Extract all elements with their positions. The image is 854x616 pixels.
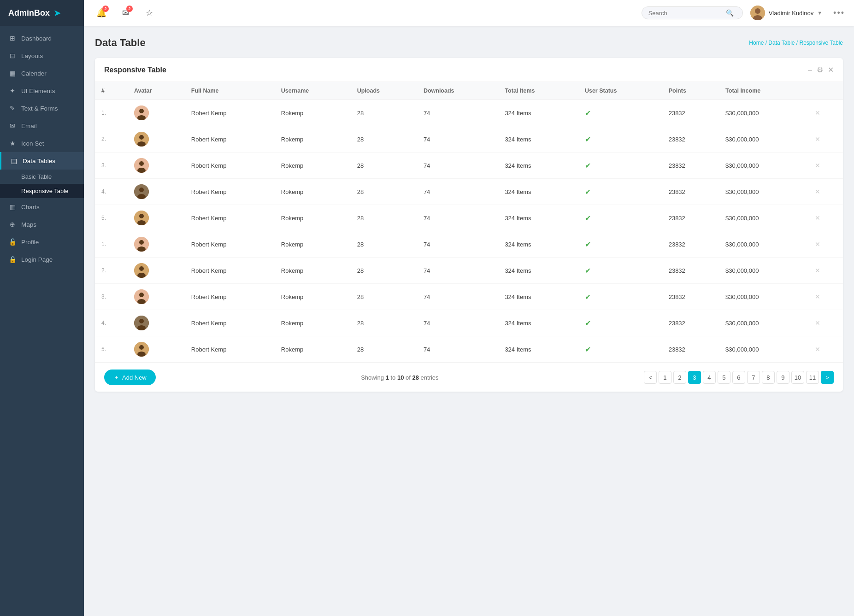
- sidebar-label-calendar: Calender: [21, 70, 47, 77]
- pagination-page-10[interactable]: 10: [791, 371, 804, 384]
- delete-row-btn[interactable]: ✕: [815, 135, 820, 143]
- pagination-page-4[interactable]: 4: [703, 371, 716, 384]
- sidebar-item-profile[interactable]: 🔓 Profile: [0, 233, 84, 251]
- delete-row-btn[interactable]: ✕: [815, 241, 820, 248]
- table-wrapper: # Avatar Full Name Username Uploads Down…: [95, 82, 843, 363]
- pagination-page-6[interactable]: 6: [732, 371, 745, 384]
- messages-badge: 2: [126, 6, 133, 12]
- delete-row-btn[interactable]: ✕: [815, 293, 820, 300]
- pagination-page-3[interactable]: 3: [688, 371, 701, 384]
- delete-row-btn[interactable]: ✕: [815, 162, 820, 169]
- delete-row-btn[interactable]: ✕: [815, 346, 820, 353]
- sidebar-item-ui-elements[interactable]: ✦ UI Elements: [0, 82, 84, 100]
- cell-delete: ✕: [808, 126, 843, 153]
- status-check-icon: ✔: [585, 188, 591, 196]
- delete-row-btn[interactable]: ✕: [815, 267, 820, 274]
- header: 🔔 2 ✉ 2 ☆ 🔍 Vladimir Kudinov ▼: [84, 0, 854, 26]
- svg-point-10: [139, 161, 144, 166]
- delete-row-btn[interactable]: ✕: [815, 319, 820, 327]
- collapse-icon[interactable]: –: [808, 66, 812, 74]
- cell-fullname: Robert Kemp: [185, 258, 275, 284]
- pagination-next[interactable]: >: [821, 371, 834, 384]
- pagination-page-1[interactable]: 1: [659, 371, 671, 384]
- cell-num: 2.: [95, 258, 128, 284]
- table-row: 2. Robert Kemp Rokemp 28 74 324 Items ✔ …: [95, 126, 843, 153]
- page-header: Data Table Home / Data Table / Responsiv…: [95, 37, 843, 49]
- cell-total-items: 324 Items: [498, 231, 578, 258]
- cell-fullname: Robert Kemp: [185, 284, 275, 310]
- pagination-page-9[interactable]: 9: [777, 371, 789, 384]
- sidebar-subitem-basic-table[interactable]: Basic Table: [0, 170, 84, 184]
- sidebar-item-icon-set[interactable]: ★ Icon Set: [0, 135, 84, 152]
- col-fullname: Full Name: [185, 82, 275, 100]
- sidebar-label-text-forms: Text & Forms: [21, 105, 58, 112]
- table-row: 5. Robert Kemp Rokemp 28 74 324 Items ✔ …: [95, 205, 843, 231]
- more-options-icon[interactable]: •••: [833, 8, 845, 18]
- add-new-button[interactable]: ＋ Add New: [104, 370, 156, 385]
- showing-text: Showing 1 to 10 of 28 entries: [361, 374, 438, 381]
- cell-downloads: 74: [417, 100, 499, 126]
- cell-user-status: ✔: [578, 179, 662, 205]
- row-avatar: [134, 342, 149, 357]
- cell-uploads: 28: [351, 258, 417, 284]
- cell-avatar: [128, 179, 185, 205]
- sidebar-item-maps[interactable]: ⊕ Maps: [0, 216, 84, 233]
- settings-icon[interactable]: ⚙: [817, 65, 823, 74]
- delete-row-btn[interactable]: ✕: [815, 188, 820, 195]
- cell-num: 1.: [95, 231, 128, 258]
- sidebar-label-login: Login Page: [21, 256, 53, 263]
- pagination-page-8[interactable]: 8: [762, 371, 775, 384]
- sidebar-item-text-forms[interactable]: ✎ Text & Forms: [0, 100, 84, 117]
- delete-row-btn[interactable]: ✕: [815, 109, 820, 117]
- main-area: 🔔 2 ✉ 2 ☆ 🔍 Vladimir Kudinov ▼: [84, 0, 854, 616]
- sidebar-item-data-tables[interactable]: ▤ Data Tables: [0, 152, 84, 170]
- maps-icon: ⊕: [8, 221, 17, 228]
- user-area[interactable]: Vladimir Kudinov ▼: [750, 6, 822, 20]
- col-uploads: Uploads: [351, 82, 417, 100]
- cell-user-status: ✔: [578, 310, 662, 336]
- row-avatar: [134, 289, 149, 304]
- cell-fullname: Robert Kemp: [185, 231, 275, 258]
- cell-total-items: 324 Items: [498, 205, 578, 231]
- notifications-badge: 2: [102, 6, 109, 12]
- pagination-page-7[interactable]: 7: [747, 371, 760, 384]
- cell-points: 23832: [662, 336, 719, 363]
- sidebar-item-calendar[interactable]: ▦ Calender: [0, 65, 84, 82]
- row-avatar: [134, 184, 149, 199]
- cell-num: 2.: [95, 126, 128, 153]
- cell-uploads: 28: [351, 310, 417, 336]
- logo-area[interactable]: AdminBox ➤: [0, 0, 84, 26]
- sidebar-subitem-responsive-table[interactable]: Responsive Table: [0, 184, 84, 198]
- sidebar-item-dashboard[interactable]: ⊞ Dashboard: [0, 29, 84, 47]
- search-input[interactable]: [648, 10, 722, 17]
- delete-row-btn[interactable]: ✕: [815, 214, 820, 222]
- cell-total-items: 324 Items: [498, 100, 578, 126]
- cell-num: 3.: [95, 284, 128, 310]
- close-icon[interactable]: ✕: [828, 65, 834, 74]
- status-check-icon: ✔: [585, 267, 591, 275]
- sidebar-item-login[interactable]: 🔒 Login Page: [0, 251, 84, 268]
- header-row: # Avatar Full Name Username Uploads Down…: [95, 82, 843, 100]
- cell-delete: ✕: [808, 258, 843, 284]
- pagination-page-11[interactable]: 11: [806, 371, 819, 384]
- pagination-page-5[interactable]: 5: [718, 371, 730, 384]
- sidebar-item-layouts[interactable]: ⊟ Layouts: [0, 47, 84, 65]
- pagination: <1234567891011>: [644, 371, 834, 384]
- sidebar-item-email[interactable]: ✉ Email: [0, 117, 84, 135]
- notifications-btn[interactable]: 🔔 2: [93, 5, 110, 21]
- pagination-prev[interactable]: <: [644, 371, 657, 384]
- favorites-btn[interactable]: ☆: [141, 5, 158, 21]
- sidebar-label-dashboard: Dashboard: [21, 35, 52, 42]
- sidebar-item-charts[interactable]: ▦ Charts: [0, 198, 84, 216]
- cell-avatar: [128, 231, 185, 258]
- sidebar-label-profile: Profile: [21, 239, 39, 246]
- search-box[interactable]: 🔍: [642, 6, 743, 19]
- cell-num: 5.: [95, 336, 128, 363]
- cell-fullname: Robert Kemp: [185, 100, 275, 126]
- col-num: #: [95, 82, 128, 100]
- messages-btn[interactable]: ✉ 2: [117, 5, 134, 21]
- cell-num: 3.: [95, 153, 128, 179]
- pagination-page-2[interactable]: 2: [673, 371, 686, 384]
- cell-username: Rokemp: [275, 179, 351, 205]
- cell-fullname: Robert Kemp: [185, 336, 275, 363]
